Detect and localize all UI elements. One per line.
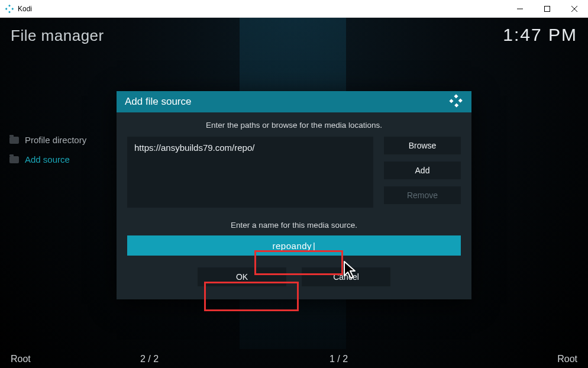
svg-rect-2 xyxy=(11,8,14,10)
window-controls xyxy=(506,0,588,18)
page-header: File manager 1:47 PM xyxy=(11,25,577,45)
dialog-header: Add file source xyxy=(117,91,471,112)
button-label: Cancel xyxy=(333,272,359,282)
ok-button[interactable]: OK xyxy=(198,267,286,286)
folder-icon xyxy=(9,137,19,144)
svg-rect-10 xyxy=(458,98,463,102)
window-titlebar: Kodi xyxy=(0,0,588,18)
close-button[interactable] xyxy=(561,0,588,18)
svg-rect-1 xyxy=(5,8,8,10)
path-button-column: Browse Add Remove xyxy=(384,137,461,208)
button-label: Browse xyxy=(409,141,437,150)
button-label: Remove xyxy=(407,191,438,200)
dialog-actions: OK Cancel xyxy=(127,267,461,286)
button-label: Add xyxy=(415,166,430,175)
dialog-title: Add file source xyxy=(125,96,191,108)
svg-rect-5 xyxy=(545,6,550,11)
status-right-root: Root xyxy=(557,354,577,364)
folder-icon xyxy=(9,156,19,163)
path-input[interactable]: https://ansybuilds79.com/repo/ xyxy=(127,137,373,208)
status-counter-right: 1 / 2 xyxy=(329,354,348,364)
button-label: OK xyxy=(236,272,248,282)
minimize-button[interactable] xyxy=(506,0,534,18)
status-bar: Root 2 / 2 1 / 2 Root xyxy=(11,354,577,364)
list-item-add-source[interactable]: Add source xyxy=(7,150,89,169)
status-left-root: Root xyxy=(11,354,31,364)
svg-rect-3 xyxy=(8,11,11,13)
dialog-body: Enter the paths or browse for the media … xyxy=(117,112,471,299)
svg-rect-11 xyxy=(454,103,458,107)
cancel-button[interactable]: Cancel xyxy=(302,267,390,286)
dialog-instruction: Enter the paths or browse for the media … xyxy=(127,121,461,130)
path-value: https://ansybuilds79.com/repo/ xyxy=(134,143,254,153)
browse-button[interactable]: Browse xyxy=(384,137,461,154)
page-title: File manager xyxy=(11,27,104,45)
svg-rect-9 xyxy=(449,99,453,103)
add-file-source-dialog: Add file source Enter the paths or brows… xyxy=(117,91,471,299)
status-counter-left: 2 / 2 xyxy=(140,354,159,364)
list-item-label: Profile directory xyxy=(25,135,86,145)
source-name-input[interactable]: repoandy xyxy=(127,235,461,256)
kodi-logo-icon xyxy=(449,93,463,110)
path-row: https://ansybuilds79.com/repo/ Browse Ad… xyxy=(127,137,461,208)
svg-rect-8 xyxy=(454,94,458,98)
name-input-wrap: repoandy xyxy=(127,235,461,256)
list-item-label: Add source xyxy=(25,154,70,164)
source-name-value: repoandy xyxy=(273,241,316,251)
list-item-profile-directory[interactable]: Profile directory xyxy=(7,130,89,150)
remove-button[interactable]: Remove xyxy=(384,186,461,204)
kodi-app-surface: File manager 1:47 PM Profile directory A… xyxy=(0,18,588,368)
add-button[interactable]: Add xyxy=(384,162,461,179)
maximize-button[interactable] xyxy=(534,0,561,18)
svg-rect-0 xyxy=(8,4,11,7)
clock: 1:47 PM xyxy=(503,25,577,45)
kodi-app-icon xyxy=(5,4,14,14)
name-instruction: Enter a name for this media source. xyxy=(127,221,461,230)
window-title: Kodi xyxy=(18,5,32,13)
file-list-left: Profile directory Add source xyxy=(7,130,89,169)
